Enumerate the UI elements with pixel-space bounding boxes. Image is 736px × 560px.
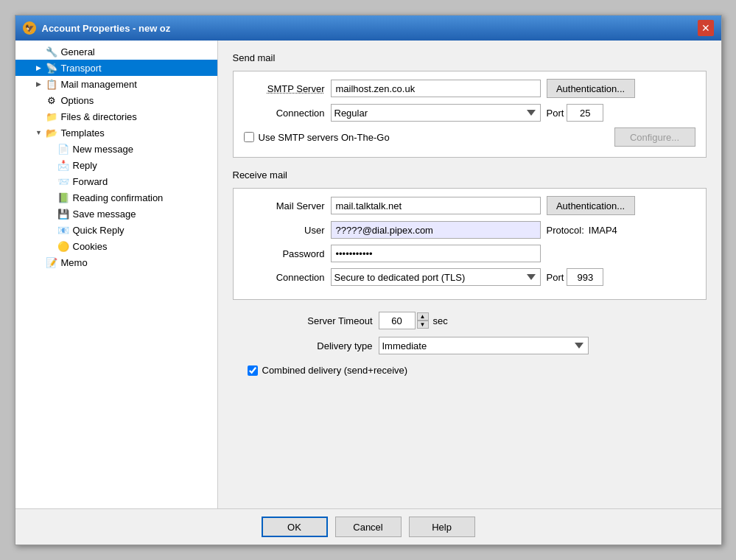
user-input[interactable] <box>331 221 541 239</box>
expand-arrow-transport: ▶ <box>33 62 45 74</box>
user-label: User <box>244 225 325 236</box>
expand-arrow-templates: ▼ <box>33 127 45 139</box>
sidebar-label-quick-reply: Quick Reply <box>73 225 125 236</box>
sidebar-item-transport[interactable]: ▶ 📡 Transport <box>15 60 217 76</box>
cookies-icon: 🟡 <box>57 239 70 253</box>
receive-mail-title: Receive mail <box>233 169 707 181</box>
sidebar-item-files-dirs[interactable]: 📁 Files & directories <box>15 108 217 125</box>
sidebar-label-forward: Forward <box>73 176 108 187</box>
mail-server-row: Mail Server Authentication... <box>244 196 695 215</box>
sidebar-item-options[interactable]: ⚙ Options <box>15 92 217 108</box>
sidebar-item-quick-reply[interactable]: 📧 Quick Reply <box>15 222 217 238</box>
sidebar-item-new-message[interactable]: 📄 New message <box>15 141 217 157</box>
transport-icon: 📡 <box>45 61 58 74</box>
recv-connection-select[interactable]: Regular SSL Secure to dedicated port (TL… <box>331 268 541 286</box>
new-message-icon: 📄 <box>57 142 70 155</box>
sidebar-item-templates[interactable]: ▼ 📂 Templates <box>15 125 217 141</box>
title-bar: 🦅 Account Properties - new oz ✕ <box>15 15 721 41</box>
sidebar-item-forward[interactable]: 📨 Forward <box>15 173 217 189</box>
sidebar-item-mail-management[interactable]: ▶ 📋 Mail management <box>15 76 217 92</box>
sidebar-item-reading-confirmation[interactable]: 📗 Reading confirmation <box>15 189 217 206</box>
help-button[interactable]: Help <box>409 517 475 537</box>
sidebar-item-general[interactable]: 🔧 General <box>15 43 217 60</box>
timeout-group: ▲ ▼ sec <box>379 312 448 329</box>
sidebar-item-memo[interactable]: 📝 Memo <box>15 254 217 270</box>
password-label: Password <box>244 248 325 259</box>
recv-port-group: Port <box>547 268 604 286</box>
sidebar-label-general: General <box>61 46 95 57</box>
expand-arrow-forward <box>45 175 57 187</box>
mail-management-icon: 📋 <box>45 77 58 91</box>
connection-label: Connection <box>244 108 325 119</box>
sidebar-label-new-message: New message <box>73 144 133 155</box>
recv-port-label: Port <box>547 272 564 283</box>
expand-arrow-reply <box>45 159 57 171</box>
cancel-button[interactable]: Cancel <box>335 517 402 537</box>
expand-arrow <box>33 46 45 57</box>
receive-mail-box: Mail Server Authentication... User Proto… <box>233 188 707 300</box>
content-panel: Send mail SMTP Server Authentication... … <box>218 41 721 508</box>
account-properties-dialog: 🦅 Account Properties - new oz ✕ 🔧 Genera… <box>15 15 722 545</box>
use-smtp-checkbox[interactable] <box>244 132 254 142</box>
server-timeout-label: Server Timeout <box>277 315 373 326</box>
timeout-input[interactable] <box>379 312 416 329</box>
expand-arrow-files <box>33 111 45 122</box>
smtp-server-input[interactable] <box>331 80 541 97</box>
recv-auth-button[interactable]: Authentication... <box>547 196 635 215</box>
save-message-icon: 💾 <box>57 207 70 220</box>
password-input[interactable] <box>331 245 541 262</box>
sidebar-label-cookies: Cookies <box>73 241 108 252</box>
sidebar-label-files-dirs: Files & directories <box>61 111 137 122</box>
recv-port-input[interactable] <box>567 268 603 286</box>
sidebar-label-reading-confirmation: Reading confirmation <box>73 192 164 203</box>
expand-arrow-options <box>33 94 45 106</box>
smtp-port-label: Port <box>547 108 564 119</box>
close-button[interactable]: ✕ <box>698 20 714 36</box>
mail-server-input[interactable] <box>331 197 541 214</box>
sidebar-label-transport: Transport <box>61 63 102 74</box>
smtp-auth-button[interactable]: Authentication... <box>547 79 635 98</box>
sidebar-label-reply: Reply <box>73 160 97 171</box>
mail-server-label: Mail Server <box>244 200 325 211</box>
recv-connection-row: Connection Regular SSL Secure to dedicat… <box>244 268 695 286</box>
expand-arrow-new-msg <box>45 143 57 155</box>
tree-panel: 🔧 General ▶ 📡 Transport ▶ 📋 Mail managem… <box>15 41 218 508</box>
protocol-group: Protocol: IMAP4 <box>547 225 617 236</box>
options-icon: ⚙ <box>45 94 58 107</box>
delivery-type-select[interactable]: Immediate Scheduled <box>379 337 589 354</box>
sidebar-item-save-message[interactable]: 💾 Save message <box>15 206 217 222</box>
smtp-port-group: Port <box>547 104 604 122</box>
dialog-body: 🔧 General ▶ 📡 Transport ▶ 📋 Mail managem… <box>15 41 721 508</box>
timeout-increment-button[interactable]: ▲ <box>417 312 429 321</box>
timeout-decrement-button[interactable]: ▼ <box>417 321 429 329</box>
combined-delivery-label: Combined delivery (send+receive) <box>262 365 408 376</box>
combined-delivery-checkbox[interactable] <box>248 365 258 376</box>
protocol-label: Protocol: <box>547 225 584 236</box>
files-dirs-icon: 📁 <box>45 110 58 123</box>
smtp-connection-select[interactable]: Regular SSL TLS <box>331 104 541 122</box>
smtp-server-row: SMTP Server Authentication... <box>244 79 695 98</box>
delivery-type-label: Delivery type <box>277 340 373 351</box>
title-bar-left: 🦅 Account Properties - new oz <box>23 21 171 35</box>
sidebar-label-options: Options <box>61 95 94 106</box>
forward-icon: 📨 <box>57 175 70 188</box>
smtp-port-input[interactable] <box>567 104 603 122</box>
general-icon: 🔧 <box>45 45 58 58</box>
sidebar-item-cookies[interactable]: 🟡 Cookies <box>15 238 217 254</box>
expand-arrow-reading <box>45 192 57 203</box>
quick-reply-icon: 📧 <box>57 223 70 237</box>
password-row: Password <box>244 245 695 262</box>
sidebar-label-templates: Templates <box>61 127 105 139</box>
app-icon: 🦅 <box>23 21 36 35</box>
ok-button[interactable]: OK <box>262 517 328 537</box>
sidebar-item-reply[interactable]: 📩 Reply <box>15 157 217 173</box>
use-smtp-row: Use SMTP servers On-The-Go Configure... <box>244 127 695 147</box>
configure-button: Configure... <box>614 127 695 147</box>
reply-icon: 📩 <box>57 158 70 172</box>
receive-mail-section: Receive mail Mail Server Authentication.… <box>233 169 707 300</box>
templates-icon: 📂 <box>45 126 58 139</box>
combined-delivery-row: Combined delivery (send+receive) <box>248 365 707 376</box>
expand-arrow-quick <box>45 224 57 236</box>
user-row: User Protocol: IMAP4 <box>244 221 695 239</box>
recv-connection-label: Connection <box>244 272 325 283</box>
